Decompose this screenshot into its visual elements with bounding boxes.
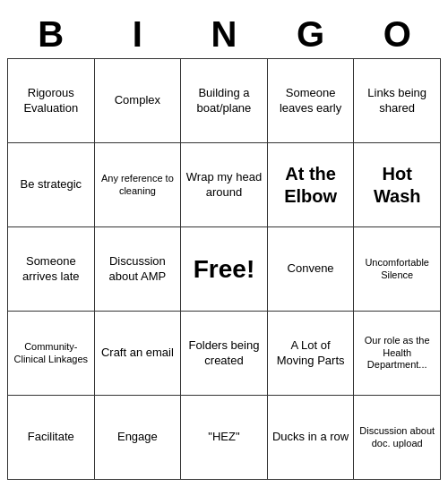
- bingo-letter: N: [181, 11, 268, 59]
- bingo-letter: B: [8, 11, 95, 59]
- cell-3-0: Community-Clinical Linkages: [8, 312, 95, 396]
- cell-1-0: Be strategic: [8, 143, 95, 227]
- cell-0-4: Links being shared: [354, 59, 441, 143]
- cell-0-2: Building a boat/plane: [181, 59, 268, 143]
- bingo-letter: I: [94, 11, 181, 59]
- cell-4-2: "HEZ": [181, 396, 268, 480]
- cell-4-3: Ducks in a row: [267, 396, 354, 480]
- cell-1-1: Any reference to cleaning: [94, 143, 181, 227]
- cell-4-1: Engage: [94, 396, 181, 480]
- cell-3-4: Our role as the Health Department...: [354, 312, 441, 396]
- bingo-grid: BINGO Rigorous EvaluationComplexBuilding…: [7, 11, 441, 480]
- cell-0-3: Someone leaves early: [267, 59, 354, 143]
- cell-2-2: Free!: [181, 227, 268, 312]
- cell-4-0: Facilitate: [8, 396, 95, 480]
- cell-2-0: Someone arrives late: [8, 227, 95, 312]
- bingo-letter: G: [267, 11, 354, 59]
- cell-3-1: Craft an email: [94, 312, 181, 396]
- cell-0-1: Complex: [94, 59, 181, 143]
- cell-3-3: A Lot of Moving Parts: [267, 312, 354, 396]
- cell-3-2: Folders being created: [181, 312, 268, 396]
- cell-0-0: Rigorous Evaluation: [8, 59, 95, 143]
- cell-2-4: Uncomfortable Silence: [354, 227, 441, 312]
- cell-4-4: Discussion about doc. upload: [354, 396, 441, 480]
- cell-1-2: Wrap my head around: [181, 143, 268, 227]
- bingo-letter: O: [354, 11, 441, 59]
- cell-1-4: Hot Wash: [354, 143, 441, 227]
- cell-1-3: At the Elbow: [267, 143, 354, 227]
- cell-2-1: Discussion about AMP: [94, 227, 181, 312]
- cell-2-3: Convene: [267, 227, 354, 312]
